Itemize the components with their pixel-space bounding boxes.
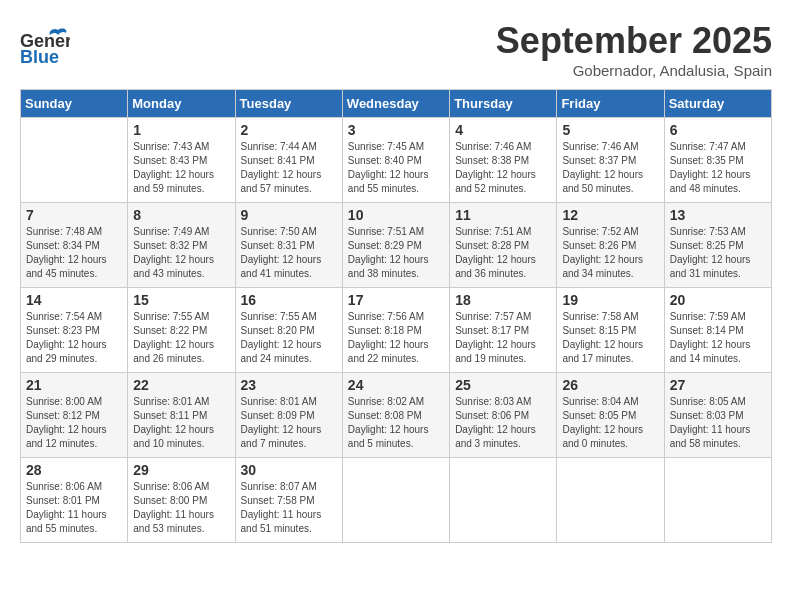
day-number: 19 [562,292,658,308]
calendar-cell: 20Sunrise: 7:59 AMSunset: 8:14 PMDayligh… [664,288,771,373]
day-info: Sunrise: 7:46 AMSunset: 8:38 PMDaylight:… [455,140,551,196]
calendar-cell: 17Sunrise: 7:56 AMSunset: 8:18 PMDayligh… [342,288,449,373]
day-number: 9 [241,207,337,223]
day-number: 25 [455,377,551,393]
weekday-sunday: Sunday [21,90,128,118]
day-number: 7 [26,207,122,223]
calendar-cell: 18Sunrise: 7:57 AMSunset: 8:17 PMDayligh… [450,288,557,373]
day-number: 26 [562,377,658,393]
day-info: Sunrise: 7:45 AMSunset: 8:40 PMDaylight:… [348,140,444,196]
calendar-cell: 6Sunrise: 7:47 AMSunset: 8:35 PMDaylight… [664,118,771,203]
day-number: 2 [241,122,337,138]
day-info: Sunrise: 7:47 AMSunset: 8:35 PMDaylight:… [670,140,766,196]
day-number: 24 [348,377,444,393]
page-header: General Blue September 2025 Gobernador, … [20,20,772,79]
day-info: Sunrise: 8:06 AMSunset: 8:01 PMDaylight:… [26,480,122,536]
day-number: 4 [455,122,551,138]
day-info: Sunrise: 7:56 AMSunset: 8:18 PMDaylight:… [348,310,444,366]
week-row-4: 21Sunrise: 8:00 AMSunset: 8:12 PMDayligh… [21,373,772,458]
calendar-cell: 14Sunrise: 7:54 AMSunset: 8:23 PMDayligh… [21,288,128,373]
location: Gobernador, Andalusia, Spain [496,62,772,79]
weekday-monday: Monday [128,90,235,118]
day-info: Sunrise: 7:55 AMSunset: 8:20 PMDaylight:… [241,310,337,366]
day-info: Sunrise: 7:43 AMSunset: 8:43 PMDaylight:… [133,140,229,196]
calendar-cell: 8Sunrise: 7:49 AMSunset: 8:32 PMDaylight… [128,203,235,288]
day-info: Sunrise: 8:02 AMSunset: 8:08 PMDaylight:… [348,395,444,451]
week-row-3: 14Sunrise: 7:54 AMSunset: 8:23 PMDayligh… [21,288,772,373]
calendar-cell: 10Sunrise: 7:51 AMSunset: 8:29 PMDayligh… [342,203,449,288]
day-info: Sunrise: 7:57 AMSunset: 8:17 PMDaylight:… [455,310,551,366]
calendar-cell [450,458,557,543]
day-info: Sunrise: 8:06 AMSunset: 8:00 PMDaylight:… [133,480,229,536]
calendar-cell: 26Sunrise: 8:04 AMSunset: 8:05 PMDayligh… [557,373,664,458]
day-number: 6 [670,122,766,138]
calendar-cell: 16Sunrise: 7:55 AMSunset: 8:20 PMDayligh… [235,288,342,373]
calendar-cell: 9Sunrise: 7:50 AMSunset: 8:31 PMDaylight… [235,203,342,288]
day-number: 23 [241,377,337,393]
calendar-cell: 29Sunrise: 8:06 AMSunset: 8:00 PMDayligh… [128,458,235,543]
calendar-cell: 25Sunrise: 8:03 AMSunset: 8:06 PMDayligh… [450,373,557,458]
day-number: 18 [455,292,551,308]
day-number: 12 [562,207,658,223]
day-number: 15 [133,292,229,308]
day-info: Sunrise: 7:54 AMSunset: 8:23 PMDaylight:… [26,310,122,366]
calendar-cell: 4Sunrise: 7:46 AMSunset: 8:38 PMDaylight… [450,118,557,203]
day-info: Sunrise: 8:07 AMSunset: 7:58 PMDaylight:… [241,480,337,536]
day-number: 17 [348,292,444,308]
svg-text:Blue: Blue [20,47,59,67]
calendar-cell: 5Sunrise: 7:46 AMSunset: 8:37 PMDaylight… [557,118,664,203]
day-info: Sunrise: 8:00 AMSunset: 8:12 PMDaylight:… [26,395,122,451]
calendar-cell: 13Sunrise: 7:53 AMSunset: 8:25 PMDayligh… [664,203,771,288]
day-number: 11 [455,207,551,223]
day-number: 14 [26,292,122,308]
calendar-cell [21,118,128,203]
calendar-cell: 23Sunrise: 8:01 AMSunset: 8:09 PMDayligh… [235,373,342,458]
weekday-wednesday: Wednesday [342,90,449,118]
day-number: 30 [241,462,337,478]
week-row-2: 7Sunrise: 7:48 AMSunset: 8:34 PMDaylight… [21,203,772,288]
day-number: 16 [241,292,337,308]
day-info: Sunrise: 7:44 AMSunset: 8:41 PMDaylight:… [241,140,337,196]
weekday-saturday: Saturday [664,90,771,118]
day-number: 1 [133,122,229,138]
calendar-cell [342,458,449,543]
calendar-cell: 12Sunrise: 7:52 AMSunset: 8:26 PMDayligh… [557,203,664,288]
day-info: Sunrise: 7:49 AMSunset: 8:32 PMDaylight:… [133,225,229,281]
day-info: Sunrise: 7:59 AMSunset: 8:14 PMDaylight:… [670,310,766,366]
day-number: 3 [348,122,444,138]
day-number: 29 [133,462,229,478]
week-row-5: 28Sunrise: 8:06 AMSunset: 8:01 PMDayligh… [21,458,772,543]
calendar-cell: 28Sunrise: 8:06 AMSunset: 8:01 PMDayligh… [21,458,128,543]
day-info: Sunrise: 8:05 AMSunset: 8:03 PMDaylight:… [670,395,766,451]
day-info: Sunrise: 8:04 AMSunset: 8:05 PMDaylight:… [562,395,658,451]
day-info: Sunrise: 8:01 AMSunset: 8:09 PMDaylight:… [241,395,337,451]
day-number: 5 [562,122,658,138]
day-number: 8 [133,207,229,223]
logo: General Blue [20,25,70,70]
day-info: Sunrise: 7:51 AMSunset: 8:29 PMDaylight:… [348,225,444,281]
calendar-cell: 22Sunrise: 8:01 AMSunset: 8:11 PMDayligh… [128,373,235,458]
weekday-tuesday: Tuesday [235,90,342,118]
day-info: Sunrise: 7:50 AMSunset: 8:31 PMDaylight:… [241,225,337,281]
weekday-thursday: Thursday [450,90,557,118]
weekday-friday: Friday [557,90,664,118]
day-info: Sunrise: 8:01 AMSunset: 8:11 PMDaylight:… [133,395,229,451]
day-number: 22 [133,377,229,393]
day-number: 21 [26,377,122,393]
week-row-1: 1Sunrise: 7:43 AMSunset: 8:43 PMDaylight… [21,118,772,203]
calendar-cell: 21Sunrise: 8:00 AMSunset: 8:12 PMDayligh… [21,373,128,458]
day-info: Sunrise: 7:53 AMSunset: 8:25 PMDaylight:… [670,225,766,281]
day-number: 20 [670,292,766,308]
day-number: 27 [670,377,766,393]
calendar-cell: 11Sunrise: 7:51 AMSunset: 8:28 PMDayligh… [450,203,557,288]
day-info: Sunrise: 8:03 AMSunset: 8:06 PMDaylight:… [455,395,551,451]
calendar-cell: 3Sunrise: 7:45 AMSunset: 8:40 PMDaylight… [342,118,449,203]
month-title: September 2025 [496,20,772,62]
calendar-cell [664,458,771,543]
calendar-cell: 19Sunrise: 7:58 AMSunset: 8:15 PMDayligh… [557,288,664,373]
day-info: Sunrise: 7:58 AMSunset: 8:15 PMDaylight:… [562,310,658,366]
calendar-cell: 7Sunrise: 7:48 AMSunset: 8:34 PMDaylight… [21,203,128,288]
weekday-header-row: SundayMondayTuesdayWednesdayThursdayFrid… [21,90,772,118]
calendar-cell: 27Sunrise: 8:05 AMSunset: 8:03 PMDayligh… [664,373,771,458]
day-info: Sunrise: 7:52 AMSunset: 8:26 PMDaylight:… [562,225,658,281]
